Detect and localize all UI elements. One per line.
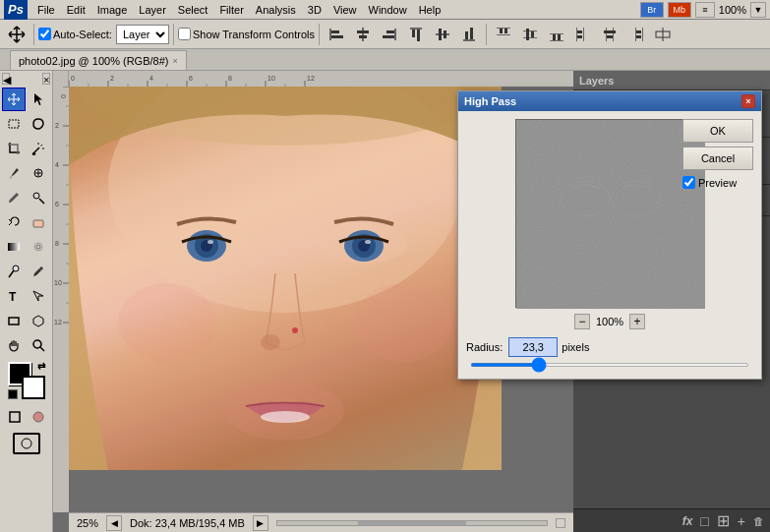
scrollbar-thumb[interactable]	[358, 521, 466, 525]
svg-text:8: 8	[55, 240, 59, 247]
svg-rect-20	[500, 29, 503, 33]
menu-view[interactable]: View	[327, 2, 363, 18]
transform-checkbox[interactable]: Show Transform Controls	[178, 28, 315, 40]
path-selection-tool[interactable]	[27, 284, 50, 308]
dist-bottom-btn[interactable]	[544, 23, 569, 46]
fx-button[interactable]: fx	[682, 514, 693, 528]
document-tab[interactable]: photo02.jpg @ 100% (RGB/8#) ×	[10, 50, 187, 70]
move-tool[interactable]	[2, 88, 26, 111]
svg-rect-135	[516, 120, 705, 309]
svg-rect-29	[558, 34, 561, 40]
menu-select[interactable]: Select	[172, 2, 214, 18]
horizontal-scrollbar[interactable]	[276, 520, 548, 526]
menu-3d[interactable]: 3D	[302, 2, 327, 18]
menu-image[interactable]: Image	[91, 2, 134, 18]
dist-left-btn[interactable]	[570, 23, 596, 46]
menu-help[interactable]: Help	[413, 2, 447, 18]
canvas-next-btn[interactable]: ▶	[253, 515, 268, 531]
marquee-tool[interactable]	[2, 112, 26, 136]
svg-rect-54	[8, 243, 20, 251]
eraser-tool[interactable]	[27, 210, 50, 234]
dist-center-v-btn[interactable]	[517, 23, 543, 46]
align-bottom-btn[interactable]	[456, 23, 482, 46]
quick-mask-btn[interactable]	[28, 406, 49, 428]
new-layer-button[interactable]: +	[738, 513, 745, 529]
media-browser-icon[interactable]: Mb	[668, 2, 691, 18]
crop-tool[interactable]	[2, 137, 26, 160]
bridge-icon[interactable]: Br	[640, 2, 664, 18]
cancel-button[interactable]: Cancel	[682, 147, 753, 170]
menu-file[interactable]: File	[31, 2, 61, 18]
eyedropper-tool[interactable]	[2, 161, 26, 185]
svg-text:8: 8	[228, 75, 232, 82]
move-tool-btn[interactable]	[4, 23, 30, 46]
menu-window[interactable]: Window	[363, 2, 413, 18]
history-brush-tool[interactable]	[2, 210, 26, 234]
lasso-tool[interactable]	[27, 112, 50, 136]
3d-tool[interactable]	[27, 309, 50, 332]
high-pass-preview	[515, 119, 704, 308]
zoom-in-btn[interactable]: +	[629, 314, 645, 329]
svg-rect-4	[357, 30, 369, 33]
dist-right-btn[interactable]	[623, 23, 649, 46]
normal-mode-btn[interactable]	[4, 406, 26, 428]
dialog-close-btn[interactable]: ×	[741, 94, 755, 108]
workspace-icon[interactable]: ≡	[695, 2, 715, 18]
toolbox-close-btn[interactable]: ×	[42, 73, 50, 85]
preview-checkbox[interactable]	[682, 176, 695, 189]
align-tools	[324, 23, 482, 46]
svg-text:4: 4	[55, 161, 59, 168]
canvas-prev-btn[interactable]: ◀	[106, 515, 122, 531]
zoom-out-btn[interactable]: −	[574, 314, 590, 329]
zoom-tool[interactable]	[27, 333, 50, 357]
direct-select-tool[interactable]	[27, 88, 50, 111]
menu-layer[interactable]: Layer	[133, 2, 172, 18]
add-mask-button[interactable]: □	[700, 513, 708, 529]
blur-tool[interactable]	[27, 235, 50, 259]
align-left-btn[interactable]	[324, 23, 349, 46]
menu-edit[interactable]: Edit	[61, 2, 91, 18]
dist-center-h-btn[interactable]	[597, 23, 622, 46]
dodge-tool[interactable]	[2, 260, 26, 283]
default-colors-btn[interactable]	[8, 389, 18, 399]
clone-stamp-tool[interactable]	[27, 186, 50, 209]
svg-rect-3	[362, 28, 364, 41]
delete-layer-button[interactable]: 🗑	[753, 515, 764, 527]
radius-input[interactable]	[508, 337, 558, 357]
scrollbar-end-btn[interactable]	[556, 518, 565, 528]
svg-rect-15	[463, 39, 475, 41]
align-right-btn[interactable]	[377, 23, 402, 46]
radius-slider[interactable]	[470, 363, 749, 367]
tab-close-btn[interactable]: ×	[172, 56, 177, 66]
extra-btn[interactable]	[650, 23, 676, 46]
svg-point-120	[292, 327, 298, 333]
svg-rect-21	[504, 29, 507, 33]
new-group-button[interactable]: ⊞	[717, 511, 730, 530]
dist-top-btn[interactable]	[491, 23, 516, 46]
align-center-v-btn[interactable]	[430, 23, 455, 46]
brush-tool[interactable]	[2, 186, 26, 209]
swap-colors-btn[interactable]: ⇄	[37, 362, 45, 372]
horizontal-type-tool[interactable]: T	[2, 284, 26, 308]
rectangle-tool[interactable]	[2, 309, 26, 332]
menu-filter[interactable]: Filter	[213, 2, 249, 18]
ruler-top-marks: 0 2 4 6 8 10 12	[69, 71, 573, 87]
layer-dropdown[interactable]: Layer	[116, 25, 169, 44]
auto-select-checkbox[interactable]: Auto-Select:	[38, 28, 112, 40]
toolbox-collapse-btn[interactable]: ◀	[2, 73, 10, 85]
align-top-btn[interactable]	[403, 23, 429, 46]
ok-button[interactable]: OK	[682, 119, 753, 143]
svg-rect-12	[436, 33, 449, 35]
magic-wand-tool[interactable]	[27, 137, 50, 160]
zoom-dropdown-icon[interactable]: ▼	[750, 2, 766, 18]
background-color[interactable]	[22, 376, 45, 399]
healing-brush-tool[interactable]	[27, 161, 50, 185]
screen-mode-btn[interactable]	[13, 433, 40, 454]
hand-tool[interactable]	[2, 333, 26, 357]
svg-rect-17	[470, 28, 473, 39]
gradient-tool[interactable]	[2, 235, 26, 259]
align-center-h-btn[interactable]	[350, 23, 376, 46]
pen-tool[interactable]	[27, 260, 50, 283]
distribute-tools	[491, 23, 676, 46]
menu-analysis[interactable]: Analysis	[250, 2, 302, 18]
